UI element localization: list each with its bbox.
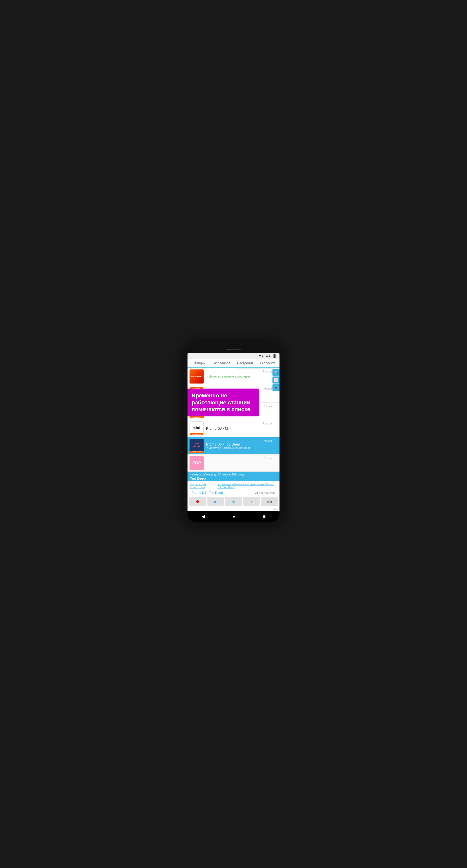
tab-favorites[interactable]: Избранное bbox=[211, 359, 234, 368]
nav-back-button[interactable]: ◀ bbox=[199, 512, 207, 521]
search-button[interactable]: 🔍 bbox=[272, 369, 280, 376]
station-country: Россия bbox=[263, 405, 272, 408]
signal-icon: ▲▲ bbox=[266, 354, 271, 358]
station-sub: ✓ Доступно название композиции bbox=[206, 446, 278, 450]
volume-button[interactable]: 🔊 bbox=[272, 384, 280, 391]
station-item[interactable]: PROMO DJ ✓ Доступно название композиции … bbox=[187, 368, 280, 385]
station-info: ✓ Доступно название композиции bbox=[206, 375, 278, 378]
player-controls: ⏺ ▶ ■ ♥ exit bbox=[187, 496, 280, 508]
tab-about[interactable]: О проекте bbox=[257, 359, 280, 368]
current-station-label: Too Deep bbox=[190, 476, 277, 481]
speaker-grill bbox=[226, 349, 241, 350]
favorite-button[interactable]: ♥ bbox=[243, 497, 260, 506]
exit-button[interactable]: exit bbox=[261, 497, 278, 506]
side-toolbar: 🔍 ⬜ 🔊 bbox=[272, 368, 280, 391]
player-bitrate: 21 Кбайт/с, mp3 bbox=[255, 491, 278, 494]
link-site[interactable]: Открыть сайт promodj.com bbox=[189, 483, 215, 489]
status-bar: ▼▲ ▲▲ ▐▌ bbox=[187, 353, 280, 359]
nav-bar: ◀ ● ■ bbox=[187, 511, 280, 522]
stop-button[interactable]: ■ bbox=[225, 497, 242, 506]
list-view-button[interactable]: ⬜ bbox=[272, 376, 280, 383]
battery-icon: ▐▌ bbox=[272, 354, 276, 358]
player-panel: Функция работает до 20 января 2021 года.… bbox=[187, 471, 280, 511]
phone-notch bbox=[187, 346, 280, 353]
station-info: Promo DJ - Too Deep ✓ Доступно название … bbox=[206, 442, 278, 450]
station-country: Россия bbox=[263, 439, 272, 442]
station-logo-toodeep: too deep PROMO DJ bbox=[189, 439, 204, 453]
phone-screen: ▼▲ ▲▲ ▐▌ Станции Избранное Настройки О п… bbox=[187, 346, 280, 522]
wifi-icon: ▼▲ bbox=[259, 354, 264, 358]
nav-home-button[interactable]: ● bbox=[231, 512, 237, 521]
station-name: Promo DJ - Too Deep bbox=[206, 442, 278, 446]
play-button[interactable]: ▶ bbox=[207, 497, 224, 506]
link-app[interactable]: Установить официальное приложение "Promo… bbox=[217, 483, 278, 489]
player-bottom-info: Promo DJ - Too Deep 21 Кбайт/с, mp3 bbox=[187, 490, 280, 496]
player-station-name: Promo DJ - Too Deep bbox=[189, 490, 225, 495]
station-item[interactable]: mini PROMO DJ Promo DJ - Mini Россия bbox=[187, 420, 280, 437]
station-logo-pop: POP bbox=[189, 456, 204, 470]
tab-settings[interactable]: Настройки bbox=[233, 359, 257, 368]
station-logo: PROMO DJ bbox=[189, 369, 204, 383]
version-label: v8.4 bbox=[187, 508, 280, 511]
station-country: Россия bbox=[263, 370, 272, 373]
station-item[interactable]: POP Россия bbox=[187, 455, 280, 471]
station-item-active[interactable]: too deep PROMO DJ Promo DJ - Too Deep ✓ … bbox=[187, 437, 280, 455]
func-notice: Функция работает до 20 января 2021 года.… bbox=[187, 472, 280, 481]
player-links: Открыть сайт promodj.com Установить офиц… bbox=[187, 481, 280, 490]
record-button[interactable]: ⏺ bbox=[189, 497, 206, 506]
station-name: Promo DJ - Mini bbox=[206, 427, 278, 431]
station-country: Россия bbox=[263, 457, 272, 460]
station-country: Россия bbox=[263, 387, 272, 390]
tab-stations[interactable]: Станции bbox=[187, 359, 211, 368]
station-logo-mini: mini PROMO DJ bbox=[189, 422, 204, 435]
station-country: Россия bbox=[263, 422, 272, 425]
phone-device: ▼▲ ▲▲ ▐▌ Станции Избранное Настройки О п… bbox=[184, 343, 283, 525]
station-info: Promo DJ - Mini bbox=[206, 427, 278, 431]
nav-recent-button[interactable]: ■ bbox=[261, 512, 268, 521]
app-content: Станции Избранное Настройки О проекте 🔍 … bbox=[187, 359, 280, 511]
func-notice-text: Функция работает до 20 января 2021 года. bbox=[190, 473, 277, 476]
station-list[interactable]: 🔍 ⬜ 🔊 PROMO DJ ✓ Доступно название компо… bbox=[187, 368, 280, 471]
tooltip-overlay: Временно не работающие станции помечаютс… bbox=[187, 389, 259, 416]
tabs-bar: Станции Избранное Настройки О проекте bbox=[187, 359, 280, 368]
station-sub: ✓ Доступно название композиции bbox=[206, 375, 278, 378]
